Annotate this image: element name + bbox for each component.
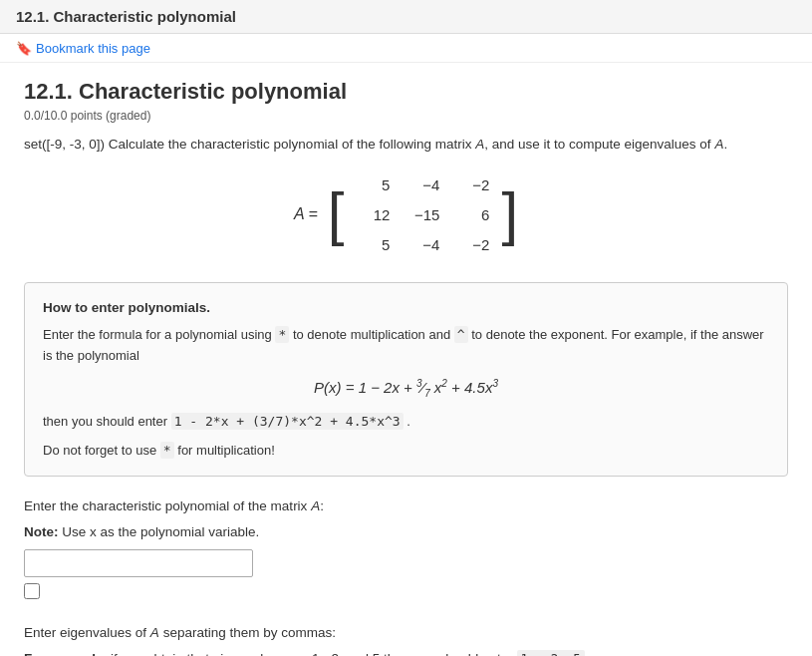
hint-box: How to enter polynomials. Enter the form… (24, 282, 788, 477)
problem-text: set([-9, -3, 0]) Calculate the character… (24, 135, 788, 155)
matrix-cells: 5 −4 −2 12 −15 6 5 −4 −2 (348, 170, 497, 258)
eigenvalues-section: Enter eigenvalues of A separating them b… (24, 623, 788, 656)
hint-star: * (275, 326, 289, 343)
bookmark-bar: 🔖 Bookmark this page (0, 34, 812, 63)
matrix-label: A = (294, 205, 318, 223)
cell-21: −4 (398, 236, 447, 253)
points-label: 0.0/10.0 points (graded) (24, 109, 788, 123)
hint-formula: P(x) = 1 − 2x + 3⁄7 x2 + 4.5x3 (43, 376, 769, 402)
eigenvalues-example-code: 1, -2, 5 (517, 650, 585, 656)
cell-22: −2 (447, 236, 497, 253)
problem-prefix: set([-9, -3, 0]) Calculate the character… (24, 137, 471, 152)
problem-matrix-var: A (475, 137, 484, 152)
char-poly-checkbox[interactable] (24, 583, 40, 599)
char-poly-input[interactable] (24, 549, 253, 577)
problem-suffix: , and use it to compute eigenvalues of (484, 137, 710, 152)
matrix-bracket-right: ] (501, 184, 518, 244)
cell-01: −4 (398, 176, 447, 193)
char-poly-matrix-var: A (311, 498, 320, 513)
hint-title: How to enter polynomials. (43, 297, 769, 319)
char-poly-label: Enter the characteristic polynomial of t… (24, 496, 788, 516)
matrix-container: A = [ 5 −4 −2 12 −15 6 5 −4 −2 ] (24, 170, 788, 258)
problem-period: . (723, 137, 727, 152)
hint-line1: Enter the formula for a polynomial using… (43, 325, 769, 367)
matrix-bracket-left: [ (328, 184, 345, 244)
eigenvalues-label: Enter eigenvalues of A separating them b… (24, 623, 788, 643)
main-content: 12.1. Characteristic polynomial 0.0/10.0… (0, 63, 812, 656)
char-poly-note: Note: Use x as the polynomial variable. (24, 522, 788, 542)
cell-20: 5 (348, 236, 398, 253)
top-bar-title: 12.1. Characteristic polynomial (16, 8, 236, 25)
hint-example-code: 1 - 2*x + (3/7)*x^2 + 4.5*x^3 (171, 413, 404, 430)
cell-02: −2 (447, 176, 497, 193)
bookmark-icon: 🔖 (16, 41, 32, 56)
bookmark-label: Bookmark this page (36, 41, 150, 56)
char-poly-checkbox-row (24, 583, 788, 599)
cell-10: 12 (348, 206, 398, 223)
page-heading: 12.1. Characteristic polynomial (24, 79, 788, 105)
cell-00: 5 (348, 176, 398, 193)
cell-11: −15 (398, 206, 447, 223)
hint-reminder: Do not forget to use * for multiplicatio… (43, 441, 769, 462)
bookmark-link[interactable]: 🔖 Bookmark this page (16, 41, 150, 56)
eigenvalues-example-line: For example, if you obtain that eigenval… (24, 649, 788, 656)
hint-caret: ^ (454, 326, 468, 343)
char-poly-section: Enter the characteristic polynomial of t… (24, 496, 788, 599)
hint-then: then you should enter 1 - 2*x + (3/7)*x^… (43, 412, 769, 433)
top-bar: 12.1. Characteristic polynomial (0, 0, 812, 34)
eigenvalues-matrix-var: A (150, 625, 159, 640)
cell-12: 6 (447, 206, 497, 223)
hint-reminder-star: * (160, 442, 174, 459)
